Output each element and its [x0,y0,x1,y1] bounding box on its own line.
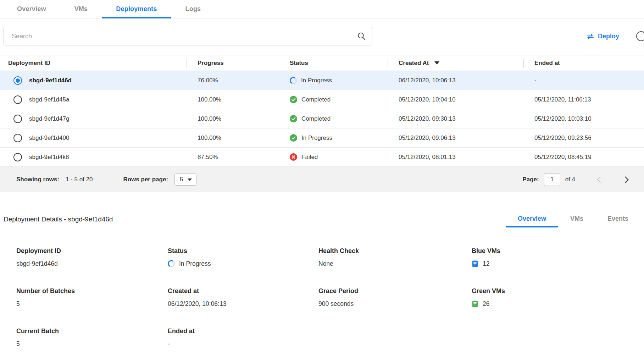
top-tab-bar: Overview VMs Deployments Logs [0,0,644,18]
field-label: Green VMs [472,287,640,295]
column-label: Status [290,60,308,67]
row-radio[interactable] [13,134,22,142]
progress-value: 100.00% [187,96,279,103]
tab-deployments[interactable]: Deployments [102,0,171,18]
field-value: 26 [483,300,489,308]
field-status: Status In Progress [168,247,318,268]
field-label: Created at [168,287,318,295]
failed-x-icon [290,153,297,161]
progress-value: 100.00% [187,115,279,122]
completed-check-icon [290,115,297,122]
ended-at-value: 05/12/2020, 11:06:13 [524,96,644,103]
field-created-at: Created at 06/12/2020, 10:06:13 [168,287,318,308]
search-input[interactable] [4,27,372,45]
ended-at-value: 05/12/2020, 09:23:56 [524,134,644,142]
field-label: Number of Batches [16,287,168,295]
row-radio[interactable] [13,153,22,161]
field-deployment-id: Deployment ID sbgd-9ef1d46d [16,247,168,268]
table-header: Deployment ID Progress Status Created At… [0,55,644,71]
details-tab-bar: Overview VMs Events [506,215,640,227]
ended-at-value: - [524,77,644,84]
sort-desc-caret-icon[interactable] [434,61,439,65]
details-tab-overview[interactable]: Overview [506,215,558,227]
rows-per-page-select[interactable]: 5 [174,174,196,186]
deployment-details-section: Deployment Details - sbgd-9ef1d46d Overv… [0,215,644,348]
created-at-value: 05/12/2020, 08:01:13 [388,154,524,161]
details-tab-events[interactable]: Events [595,215,640,227]
table-row[interactable]: sbgd-9ef1d47g 100.00% Completed 05/12/20… [0,109,644,128]
row-radio-selected[interactable] [13,76,22,85]
toolbar: Deploy [0,18,644,45]
next-page-icon[interactable] [622,176,628,183]
tab-overview[interactable]: Overview [3,0,60,18]
table-row[interactable]: sbgd-9ef1d400 100.00% In Progress 05/12/… [0,128,644,148]
table-footer: Showing rows: 1 - 5 of 20 Rows per page:… [0,167,644,192]
tab-vms[interactable]: VMs [60,0,102,18]
field-green-vms: Green VMs 26 [472,287,640,308]
deployment-id: sbgd-9ef1d47g [29,115,69,122]
field-label: Status [168,247,318,255]
field-value: 5 [16,340,20,348]
details-tab-vms[interactable]: VMs [558,215,595,227]
field-label: Blue VMs [472,247,640,255]
field-label: Current Batch [16,328,168,335]
previous-page-icon[interactable] [597,176,603,183]
field-value: None [318,260,333,268]
row-radio[interactable] [13,115,22,123]
progress-value: 76.00% [187,77,279,84]
field-value: 06/12/2020, 10:06:13 [168,300,226,308]
column-header-ended-at: Ended at [524,59,644,68]
rows-per-page-label: Rows per page: [123,176,168,183]
column-label: Progress [198,60,224,67]
deploy-button-label: Deploy [598,33,619,40]
toolbar-actions: Deploy [586,31,640,41]
created-at-value: 05/12/2020, 09:30:13 [388,115,524,122]
table-row[interactable]: sbgd-9ef1d45a 100.00% Completed 05/12/20… [0,90,644,109]
field-value: 5 [16,300,20,308]
field-value: 12 [483,260,489,268]
field-number-of-batches: Number of Batches 5 [16,287,168,308]
search-box [4,27,372,45]
row-radio[interactable] [13,95,22,104]
rows-per-page-value: 5 [180,176,183,183]
created-at-value: 05/12/2020, 09:06:13 [388,134,524,142]
help-icon[interactable] [636,31,644,41]
status-label: In Progress [301,134,332,142]
deploy-button[interactable]: Deploy [586,33,619,40]
chevron-down-icon [188,178,192,181]
field-label: Ended at [168,328,318,335]
green-vms-icon [472,300,478,308]
progress-value: 87.50% [187,154,279,161]
column-label: Created At [399,60,429,67]
deployment-id: sbgd-9ef1d45a [29,96,69,103]
field-value: - [168,340,170,348]
deployment-id: sbgd-9ef1d46d [29,77,72,84]
ended-at-value: 05/12/2020, 08:45:19 [524,154,644,161]
created-at-value: 05/12/2020, 10:04:10 [388,96,524,103]
pagination: Page: of 4 [522,173,628,186]
showing-rows-label: Showing rows: [16,176,59,183]
column-header-created-at[interactable]: Created At [388,59,524,68]
column-header-progress: Progress [187,59,279,68]
table-row[interactable]: sbgd-9ef1d4k8 87.50% Failed 05/12/2020, … [0,148,644,167]
page-label: Page: [522,176,539,183]
table-row[interactable]: sbgd-9ef1d46d 76.00% In Progress 06/12/2… [0,71,644,90]
field-label: Health Check [318,247,472,255]
showing-rows-value: 1 - 5 of 20 [66,176,93,183]
field-ended-at: Ended at - [168,328,318,348]
field-health-check: Health Check None [318,247,472,268]
details-grid: Deployment ID sbgd-9ef1d46d Status In Pr… [4,247,640,348]
field-value: 900 seconds [318,300,354,308]
deployment-id: sbgd-9ef1d400 [29,134,69,142]
deployments-page: Overview VMs Deployments Logs Deploy [0,0,644,352]
deploy-swap-arrows-icon [586,33,594,39]
in-progress-spinner-icon [289,76,298,84]
completed-check-icon [290,134,297,142]
page-number-input[interactable] [544,173,560,186]
status-label: Failed [301,154,318,161]
created-at-value: 06/12/2020, 10:06:13 [388,77,524,84]
tab-logs[interactable]: Logs [171,0,215,18]
deployment-id: sbgd-9ef1d4k8 [29,154,69,161]
status-label: In Progress [301,77,332,84]
search-icon[interactable] [357,32,366,41]
